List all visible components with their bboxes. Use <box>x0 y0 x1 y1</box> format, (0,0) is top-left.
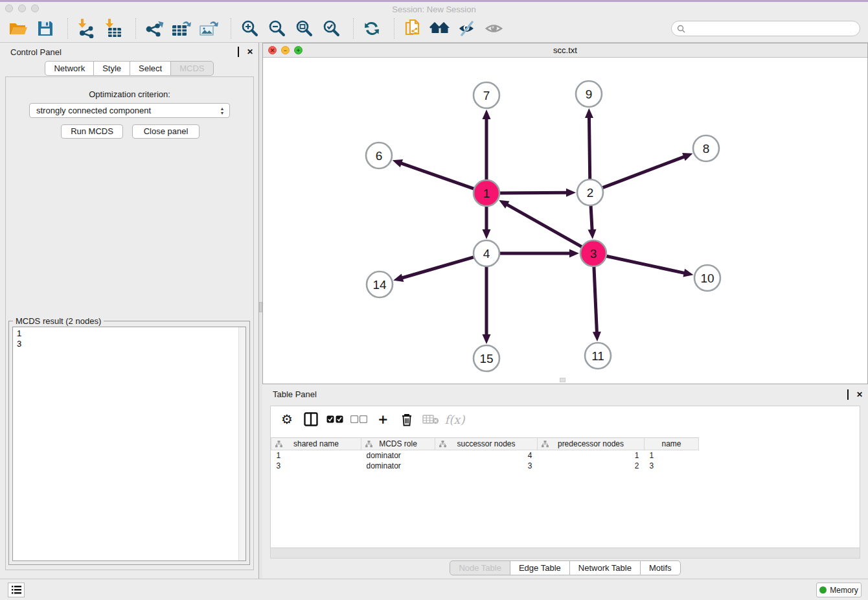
edge-2-3[interactable] <box>591 204 592 231</box>
table-cell[interactable]: 3 <box>271 461 361 471</box>
zoom-selected-icon[interactable] <box>319 17 343 40</box>
column-header-predecessor-nodes[interactable]: predecessor nodes <box>538 438 645 450</box>
column-header-name[interactable]: name <box>645 438 699 450</box>
table-cell[interactable]: 4 <box>435 450 538 461</box>
edge-3-1[interactable] <box>506 204 584 248</box>
network-window-title: scc.txt <box>263 45 867 55</box>
duplicate-network-icon[interactable] <box>401 17 424 40</box>
result-scrollbar[interactable] <box>238 327 246 560</box>
edge-1-2[interactable] <box>498 192 568 193</box>
node-table-content: ⚙ ＋ f(x) shared nameMCDS rolesuccessor n… <box>270 406 860 548</box>
float-panel-icon[interactable] <box>234 48 242 56</box>
edge-3-11[interactable] <box>594 265 597 334</box>
column-header-shared-name[interactable]: shared name <box>271 438 361 450</box>
export-network-icon[interactable] <box>143 17 166 40</box>
show-all-eye-icon[interactable] <box>483 17 506 40</box>
arrowhead-icon <box>683 269 693 277</box>
zoom-out-icon[interactable] <box>265 17 288 40</box>
table-row[interactable]: 3dominator323 <box>271 461 699 471</box>
export-table-icon[interactable] <box>170 17 193 40</box>
import-network-icon[interactable] <box>74 17 98 40</box>
criterion-dropdown[interactable]: strongly connected component ▲▼ <box>29 103 230 118</box>
control-panel-title: Control Panel <box>10 47 62 57</box>
table-horizontal-scrollbar[interactable] <box>270 548 860 559</box>
edge-2-8[interactable] <box>601 156 685 189</box>
table-tab-motifs[interactable]: Motifs <box>640 560 681 575</box>
table-cell[interactable]: dominator <box>361 450 435 461</box>
float-table-panel-icon[interactable] <box>844 391 852 398</box>
control-panel: Control Panel ✕ NetworkStyleSelectMCDS O… <box>0 43 259 579</box>
table-cell[interactable]: 1 <box>538 450 645 461</box>
canvas-grow-handle[interactable] <box>560 378 565 382</box>
arrowhead-icon <box>588 229 597 239</box>
graph-node-label: 8 <box>703 142 710 156</box>
table-cell[interactable]: 3 <box>435 461 538 471</box>
import-table-icon[interactable] <box>102 17 125 40</box>
edge-1-6[interactable] <box>400 163 475 189</box>
function-builder-icon[interactable]: f(x) <box>445 410 464 429</box>
refresh-layout-icon[interactable] <box>360 17 383 40</box>
status-bar: Memory <box>0 579 868 600</box>
add-column-icon[interactable]: ＋ <box>373 410 393 429</box>
table-cell[interactable]: dominator <box>361 461 435 471</box>
home-view-icon[interactable] <box>428 17 451 40</box>
tab-mcds[interactable]: MCDS <box>170 61 213 76</box>
zoom-in-icon[interactable] <box>238 17 261 40</box>
save-session-icon[interactable] <box>34 17 57 40</box>
search-box[interactable] <box>671 21 860 36</box>
open-session-icon[interactable] <box>6 17 30 40</box>
close-table-panel-icon[interactable]: ✕ <box>856 391 863 398</box>
arrowhead-icon <box>393 159 403 167</box>
edge-2-9[interactable] <box>589 116 589 181</box>
zoom-fit-icon[interactable] <box>292 17 315 40</box>
search-icon <box>677 25 685 33</box>
graph-node-label: 1 <box>483 187 490 200</box>
close-panel-button[interactable]: Close panel <box>132 124 200 139</box>
node-table: shared nameMCDS rolesuccessor nodesprede… <box>271 437 699 471</box>
arrowhead-icon <box>483 334 491 344</box>
delete-column-icon[interactable] <box>397 410 417 429</box>
close-panel-icon[interactable]: ✕ <box>246 48 254 56</box>
graph-node-label: 10 <box>700 271 714 285</box>
network-canvas[interactable]: 7968124314101511 <box>263 58 867 384</box>
table-tab-node-table[interactable]: Node Table <box>450 560 510 575</box>
table-cell[interactable]: 2 <box>538 461 645 471</box>
mcds-result-text[interactable]: 1 3 <box>12 327 246 561</box>
toolbar-separator <box>394 18 394 39</box>
memory-status-icon <box>819 586 827 594</box>
task-history-button[interactable] <box>8 583 25 597</box>
table-cell[interactable]: 1 <box>645 450 699 461</box>
graph-node-label: 6 <box>376 149 383 163</box>
memory-button[interactable]: Memory <box>816 583 862 597</box>
delete-table-icon[interactable] <box>421 410 440 429</box>
tab-network[interactable]: Network <box>45 61 94 76</box>
toolbar-separator <box>231 18 231 39</box>
select-all-checks-icon[interactable] <box>325 410 345 429</box>
table-cell[interactable]: 1 <box>271 450 361 461</box>
export-image-icon[interactable] <box>197 17 220 40</box>
table-settings-icon[interactable]: ⚙ <box>277 410 297 429</box>
run-mcds-button[interactable]: Run MCDS <box>61 124 123 139</box>
deselect-all-checks-icon[interactable] <box>349 410 369 429</box>
search-input[interactable] <box>689 24 860 33</box>
column-selector-icon[interactable] <box>301 410 321 429</box>
hide-selected-eye-icon[interactable] <box>455 17 479 40</box>
table-tab-network-table[interactable]: Network Table <box>569 560 641 575</box>
column-header-successor-nodes[interactable]: successor nodes <box>435 438 538 450</box>
main-toolbar <box>0 14 868 43</box>
table-row[interactable]: 1dominator411 <box>271 450 699 461</box>
memory-label: Memory <box>830 586 858 595</box>
arrowhead-icon <box>483 229 491 239</box>
table-tab-edge-table[interactable]: Edge Table <box>510 560 570 575</box>
tab-select[interactable]: Select <box>130 61 171 76</box>
mcds-result-title: MCDS result (2 nodes) <box>13 316 104 326</box>
edge-4-14[interactable] <box>401 257 475 278</box>
arrowhead-icon <box>585 108 593 118</box>
edge-3-10[interactable] <box>605 256 686 273</box>
table-cell[interactable]: 3 <box>645 461 699 471</box>
tab-style[interactable]: Style <box>93 61 130 76</box>
column-header-MCDS-role[interactable]: MCDS role <box>361 438 435 450</box>
graph-node-label: 9 <box>586 87 593 101</box>
list-icon <box>12 586 21 594</box>
table-toolbar: ⚙ ＋ f(x) <box>271 406 860 432</box>
